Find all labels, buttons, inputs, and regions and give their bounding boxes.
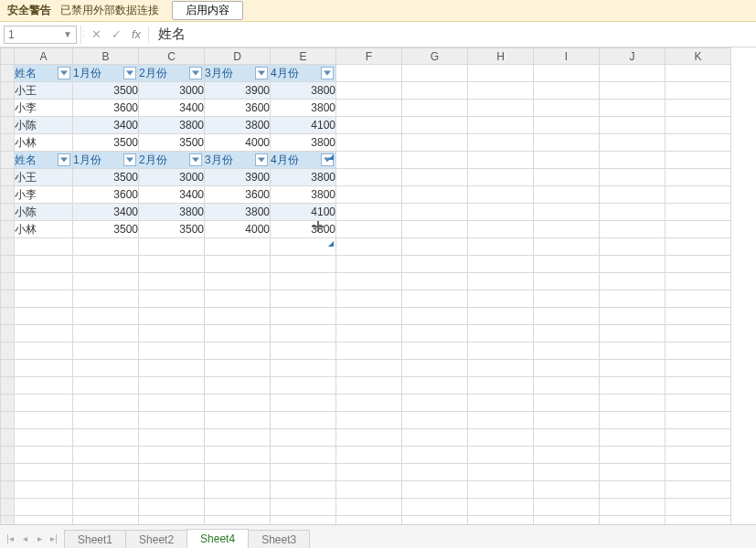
row-header-12[interactable] <box>1 256 15 273</box>
row-header-19[interactable] <box>1 377 15 395</box>
row-header-18[interactable] <box>1 360 15 377</box>
empty-cell[interactable] <box>402 481 468 499</box>
table-cell-value[interactable]: 3800 <box>271 221 336 238</box>
empty-cell[interactable] <box>139 290 205 308</box>
empty-cell[interactable] <box>468 186 534 204</box>
empty-cell[interactable] <box>402 377 468 395</box>
empty-cell[interactable] <box>665 481 731 499</box>
name-box[interactable]: 1 ▼ <box>4 26 77 44</box>
empty-cell[interactable] <box>271 429 336 447</box>
column-header-F[interactable]: F <box>336 48 402 65</box>
empty-cell[interactable] <box>15 499 73 516</box>
empty-cell[interactable] <box>336 290 402 308</box>
empty-cell[interactable] <box>402 117 468 134</box>
empty-cell[interactable] <box>139 412 205 429</box>
filter-dropdown-icon[interactable] <box>58 67 70 79</box>
empty-cell[interactable] <box>15 447 73 464</box>
empty-cell[interactable] <box>15 238 73 256</box>
row-header-7[interactable] <box>1 169 15 186</box>
empty-cell[interactable] <box>665 204 731 221</box>
empty-cell[interactable] <box>665 100 731 117</box>
empty-cell[interactable] <box>402 516 468 525</box>
empty-cell[interactable] <box>468 481 534 499</box>
empty-cell[interactable] <box>468 117 534 134</box>
table-cell-value[interactable]: 3800 <box>271 82 336 100</box>
empty-cell[interactable] <box>600 65 665 82</box>
empty-cell[interactable] <box>665 134 731 152</box>
empty-cell[interactable] <box>534 273 600 290</box>
empty-cell[interactable] <box>73 464 139 481</box>
empty-cell[interactable] <box>402 325 468 342</box>
empty-cell[interactable] <box>139 308 205 325</box>
empty-cell[interactable] <box>665 447 731 464</box>
empty-cell[interactable] <box>468 65 534 82</box>
empty-cell[interactable] <box>205 516 271 525</box>
row-header-16[interactable] <box>1 325 15 342</box>
table-cell-value[interactable]: 4100 <box>271 117 336 134</box>
table-header-cell[interactable]: 1月份 <box>73 65 139 82</box>
empty-cell[interactable] <box>600 429 665 447</box>
empty-cell[interactable] <box>665 308 731 325</box>
confirm-formula-button[interactable]: ✓ <box>106 26 126 44</box>
empty-cell[interactable] <box>336 499 402 516</box>
empty-cell[interactable] <box>402 134 468 152</box>
empty-cell[interactable] <box>665 325 731 342</box>
table-cell-value[interactable]: 3600 <box>73 186 139 204</box>
empty-cell[interactable] <box>336 65 402 82</box>
empty-cell[interactable] <box>600 464 665 481</box>
empty-cell[interactable] <box>15 429 73 447</box>
row-header-3[interactable] <box>1 100 15 117</box>
empty-cell[interactable] <box>15 273 73 290</box>
table-cell-value[interactable]: 3000 <box>139 82 205 100</box>
empty-cell[interactable] <box>534 186 600 204</box>
empty-cell[interactable] <box>336 256 402 273</box>
empty-cell[interactable] <box>205 481 271 499</box>
table-cell-value[interactable]: 3400 <box>73 117 139 134</box>
table-cell-value[interactable]: 3500 <box>139 221 205 238</box>
empty-cell[interactable] <box>534 65 600 82</box>
empty-cell[interactable] <box>205 273 271 290</box>
empty-cell[interactable] <box>336 134 402 152</box>
empty-cell[interactable] <box>205 429 271 447</box>
empty-cell[interactable] <box>534 238 600 256</box>
empty-cell[interactable] <box>271 238 336 256</box>
empty-cell[interactable] <box>468 395 534 412</box>
table-cell-value[interactable]: 3500 <box>73 221 139 238</box>
empty-cell[interactable] <box>336 238 402 256</box>
empty-cell[interactable] <box>600 256 665 273</box>
empty-cell[interactable] <box>271 342 336 360</box>
empty-cell[interactable] <box>534 395 600 412</box>
empty-cell[interactable] <box>336 342 402 360</box>
empty-cell[interactable] <box>534 447 600 464</box>
table-cell-value[interactable]: 3000 <box>139 169 205 186</box>
sheet-tab-sheet3[interactable]: Sheet3 <box>248 530 310 548</box>
table-cell-value[interactable]: 3400 <box>139 186 205 204</box>
empty-cell[interactable] <box>336 186 402 204</box>
empty-cell[interactable] <box>534 152 600 169</box>
table-cell-name[interactable]: 小王 <box>15 169 73 186</box>
empty-cell[interactable] <box>468 464 534 481</box>
column-header-C[interactable]: C <box>139 48 205 65</box>
row-header-8[interactable] <box>1 186 15 204</box>
empty-cell[interactable] <box>402 204 468 221</box>
empty-cell[interactable] <box>205 360 271 377</box>
enable-content-button[interactable]: 启用内容 <box>172 1 243 20</box>
empty-cell[interactable] <box>468 152 534 169</box>
empty-cell[interactable] <box>468 290 534 308</box>
empty-cell[interactable] <box>139 429 205 447</box>
empty-cell[interactable] <box>402 499 468 516</box>
empty-cell[interactable] <box>402 395 468 412</box>
empty-cell[interactable] <box>534 134 600 152</box>
sheet-tab-sheet1[interactable]: Sheet1 <box>64 530 126 548</box>
sheet-nav-last-icon[interactable]: ▸| <box>48 532 60 544</box>
empty-cell[interactable] <box>600 186 665 204</box>
empty-cell[interactable] <box>534 117 600 134</box>
empty-cell[interactable] <box>402 342 468 360</box>
empty-cell[interactable] <box>139 238 205 256</box>
empty-cell[interactable] <box>336 447 402 464</box>
empty-cell[interactable] <box>402 152 468 169</box>
column-header-B[interactable]: B <box>73 48 139 65</box>
empty-cell[interactable] <box>600 377 665 395</box>
empty-cell[interactable] <box>468 342 534 360</box>
formula-input[interactable]: 姓名 <box>151 26 756 43</box>
